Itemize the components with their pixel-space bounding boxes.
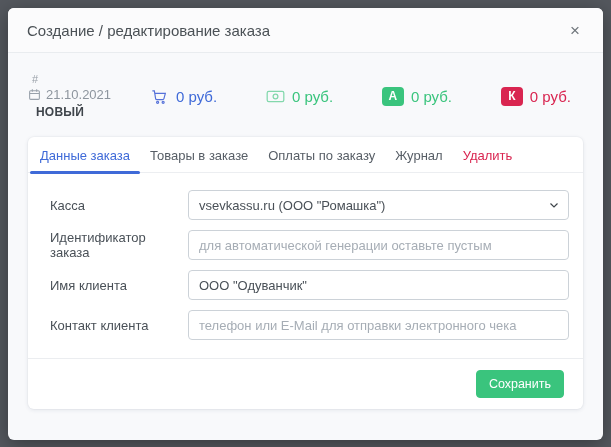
tab-order-data[interactable]: Данные заказа (30, 137, 140, 172)
client-contact-input[interactable] (188, 310, 569, 340)
order-edit-modal: Создание / редактирование заказа × # 21.… (8, 8, 603, 440)
order-tabs: Данные заказа Товары в заказе Оплаты по … (28, 137, 583, 173)
client-contact-label: Контакт клиента (36, 318, 188, 333)
kassa-label: Касса (36, 198, 188, 213)
metric-cart-total: 0 руб. (150, 87, 217, 106)
payments-total-amount: 0 руб. (292, 88, 333, 105)
save-button[interactable]: Сохранить (476, 370, 564, 398)
metric-credit-total: К 0 руб. (501, 87, 571, 106)
order-status: НОВЫЙ (36, 105, 140, 119)
order-form: Касса vsevkassu.ru (ООО "Ромашка") Идент… (28, 173, 583, 358)
banknote-icon (266, 87, 285, 106)
client-contact-control (188, 310, 569, 340)
modal-header: Создание / редактирование заказа × (8, 8, 603, 53)
client-name-control (188, 270, 569, 300)
cart-total-amount: 0 руб. (176, 88, 217, 105)
order-id-control (188, 230, 569, 260)
form-row-order-id: Идентификатор заказа (36, 230, 569, 260)
tab-journal[interactable]: Журнал (385, 137, 452, 172)
order-summary: # 21.10.2021 НОВЫЙ (28, 73, 583, 119)
metric-payments-total: 0 руб. (266, 87, 333, 106)
order-meta: # 21.10.2021 НОВЫЙ (28, 73, 140, 119)
credit-total-amount: 0 руб. (530, 88, 571, 105)
order-id-input[interactable] (188, 230, 569, 260)
metric-advance-total: А 0 руб. (382, 87, 452, 106)
modal-body: # 21.10.2021 НОВЫЙ (8, 53, 603, 440)
order-metrics: 0 руб. 0 руб. А 0 руб. К 0 руб. (140, 87, 583, 106)
tab-order-items[interactable]: Товары в заказе (140, 137, 258, 172)
advance-total-amount: 0 руб. (411, 88, 452, 105)
form-row-client-contact: Контакт клиента (36, 310, 569, 340)
credit-badge: К (501, 87, 523, 106)
order-date-text: 21.10.2021 (46, 87, 111, 102)
form-row-kassa: Касса vsevkassu.ru (ООО "Ромашка") (36, 190, 569, 220)
kassa-select[interactable]: vsevkassu.ru (ООО "Ромашка") (188, 190, 569, 220)
order-id-label: Идентификатор заказа (36, 230, 188, 260)
calendar-icon (28, 88, 41, 101)
advance-badge: А (382, 87, 404, 106)
close-icon: × (570, 21, 580, 40)
form-row-client-name: Имя клиента (36, 270, 569, 300)
kassa-control: vsevkassu.ru (ООО "Ромашка") (188, 190, 569, 220)
client-name-input[interactable] (188, 270, 569, 300)
shopping-cart-icon (150, 87, 169, 106)
order-card: Данные заказа Товары в заказе Оплаты по … (28, 137, 583, 409)
client-name-label: Имя клиента (36, 278, 188, 293)
close-button[interactable]: × (566, 20, 584, 41)
tab-delete[interactable]: Удалить (453, 137, 523, 172)
order-date: 21.10.2021 (28, 87, 140, 102)
tab-order-payments[interactable]: Оплаты по заказу (258, 137, 385, 172)
modal-title: Создание / редактирование заказа (27, 22, 270, 39)
card-footer: Сохранить (28, 358, 583, 409)
order-number-hash: # (32, 73, 140, 85)
